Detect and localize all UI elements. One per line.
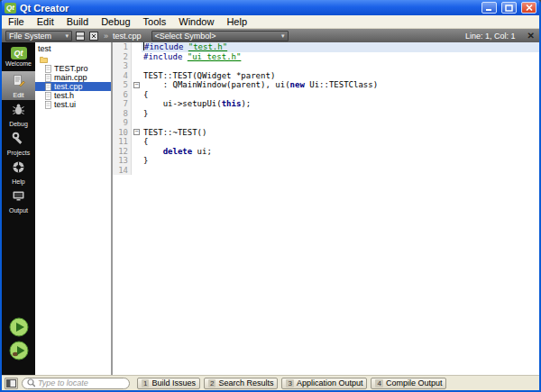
mode-label: Edit	[13, 92, 23, 98]
file-item-test.cpp[interactable]: test.cpp	[35, 82, 111, 91]
menu-file[interactable]: File	[2, 15, 31, 28]
code-line-9[interactable]: 9	[113, 118, 539, 128]
file-list: TEST.promain.cpptest.cpptest.htest.ui	[35, 55, 111, 109]
output-pane-application-output[interactable]: 3Application Output	[281, 378, 367, 389]
file-item-main.cpp[interactable]: main.cpp	[35, 73, 111, 82]
fold-column	[132, 109, 142, 119]
output-pane-search-results[interactable]: 2Search Results	[204, 378, 278, 389]
code-line-12[interactable]: 12 delete ui;	[113, 147, 539, 157]
menu-build[interactable]: Build	[60, 15, 95, 28]
file-icon	[45, 92, 51, 100]
menu-tools[interactable]: Tools	[137, 15, 173, 28]
mode-label: Debug	[9, 121, 28, 127]
code-line-8[interactable]: 8}	[113, 109, 539, 119]
pane-number: 3	[286, 379, 293, 387]
maximize-button[interactable]	[501, 2, 517, 14]
menu-debug[interactable]: Debug	[95, 15, 136, 28]
code-line-13[interactable]: 13}	[113, 156, 539, 166]
fold-column	[132, 147, 142, 157]
file-name: main.cpp	[54, 73, 87, 82]
fold-column	[132, 156, 142, 166]
close-editor-icon[interactable]: ✕	[527, 32, 535, 41]
mode-debug[interactable]: Debug	[2, 100, 35, 129]
code-line-14[interactable]: 14	[113, 166, 539, 176]
title-bar[interactable]: Qt Qt Creator	[2, 0, 539, 15]
line-number: 10	[113, 128, 132, 138]
close-button[interactable]	[521, 2, 536, 14]
folder-icon	[40, 56, 48, 63]
pane-label: Compile Output	[386, 378, 443, 387]
code-line-6[interactable]: 6{	[113, 90, 539, 100]
menu-bar: FileEditBuildDebugToolsWindowHelp	[2, 15, 539, 29]
line-number: 4	[113, 71, 132, 81]
line-number: 7	[113, 99, 132, 109]
sidebar-toggle-icon[interactable]	[5, 378, 18, 389]
code-line-4[interactable]: 4TEST::TEST(QWidget *parent)	[113, 71, 539, 81]
mode-projects[interactable]: Projects	[2, 129, 35, 158]
file-root[interactable]: test	[35, 42, 111, 55]
locator-input[interactable]	[38, 378, 124, 387]
pane-selector[interactable]: File System ▾	[5, 31, 72, 41]
symbol-selector[interactable]: <Select Symbol> ▾	[151, 31, 289, 41]
open-file-name[interactable]: test.cpp	[113, 32, 142, 41]
file-name: TEST.pro	[54, 64, 88, 73]
search-icon	[27, 378, 35, 387]
code-line-10[interactable]: 10−TEST::~TEST()	[113, 128, 539, 138]
editor-toolbar: File System ▾ » test.cpp <Select Symbol>…	[2, 29, 539, 42]
file-item-TEST.pro[interactable]: TEST.pro	[35, 64, 111, 73]
fold-column	[132, 42, 142, 52]
folder-item[interactable]	[35, 55, 111, 64]
pane-number: 4	[375, 379, 382, 387]
menu-help[interactable]: Help	[220, 15, 253, 28]
help-icon	[12, 160, 25, 178]
fold-marker-icon[interactable]: −	[133, 129, 140, 135]
code-line-1[interactable]: 1#include "test.h"	[113, 42, 539, 52]
file-item-test.h[interactable]: test.h	[35, 91, 111, 100]
menu-window[interactable]: Window	[172, 15, 220, 28]
fold-marker-icon[interactable]: −	[133, 82, 140, 88]
file-icon	[45, 74, 51, 82]
fold-column	[132, 166, 142, 176]
code-lines: 1#include "test.h"2#include "ui_test.h"3…	[113, 42, 539, 175]
code-text	[142, 61, 539, 71]
chevron-down-icon: ▾	[281, 32, 285, 40]
pane-number: 1	[142, 379, 149, 387]
locator-field[interactable]	[22, 378, 130, 389]
code-line-5[interactable]: 5− : QMainWindow(parent), ui(new Ui::TES…	[113, 80, 539, 90]
split-pane-icon[interactable]	[75, 31, 86, 41]
mode-sidebar: QtWelcomeEditDebugProjectsHelpOutput	[2, 42, 35, 375]
output-pane-build-issues[interactable]: 1Build Issues	[137, 378, 200, 389]
output-pane-compile-output[interactable]: 4Compile Output	[371, 378, 446, 389]
code-text: {	[142, 137, 539, 147]
run-button[interactable]	[9, 317, 29, 337]
minimize-button[interactable]	[481, 2, 497, 14]
pane-number: 2	[208, 379, 215, 387]
main-area: QtWelcomeEditDebugProjectsHelpOutput tes…	[2, 42, 539, 375]
close-pane-icon[interactable]	[88, 31, 99, 41]
code-text: #include "test.h"	[142, 42, 539, 52]
code-editor[interactable]: 1#include "test.h"2#include "ui_test.h"3…	[113, 42, 539, 375]
debug-run-button[interactable]	[9, 341, 29, 360]
mode-edit[interactable]: Edit	[2, 71, 35, 100]
code-line-3[interactable]: 3	[113, 61, 539, 71]
code-line-7[interactable]: 7 ui->setupUi(this);	[113, 99, 539, 109]
code-text: }	[142, 109, 539, 119]
line-number: 2	[113, 52, 132, 62]
mode-help[interactable]: Help	[2, 158, 35, 187]
line-number: 14	[113, 166, 132, 176]
mode-label: Welcome	[5, 60, 32, 67]
file-icon	[45, 83, 51, 91]
code-line-11[interactable]: 11{	[113, 137, 539, 147]
code-line-2[interactable]: 2#include "ui_test.h"	[113, 52, 539, 62]
line-number: 6	[113, 90, 132, 100]
mode-output[interactable]: Output	[2, 187, 35, 215]
pane-label: Search Results	[218, 378, 273, 387]
file-item-test.ui[interactable]: test.ui	[35, 100, 111, 109]
file-name: test.h	[54, 91, 74, 100]
fold-column[interactable]: −	[132, 128, 142, 138]
menu-edit[interactable]: Edit	[31, 15, 60, 28]
mode-welcome[interactable]: QtWelcome	[2, 42, 35, 71]
mode-label: Output	[9, 207, 28, 214]
breadcrumb-separator: »	[104, 32, 108, 41]
fold-column[interactable]: −	[132, 80, 142, 90]
